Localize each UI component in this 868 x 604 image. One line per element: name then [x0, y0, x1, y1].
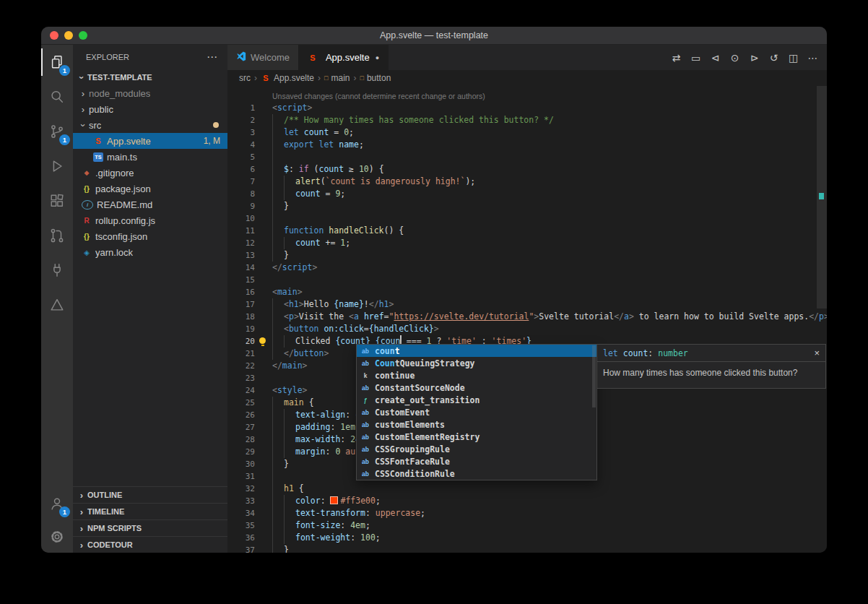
suggest-item-continue[interactable]: kcontinue — [357, 369, 596, 381]
minimize-window-button[interactable] — [64, 31, 73, 40]
suggest-item-customevent[interactable]: abCustomEvent — [357, 406, 596, 418]
code-line-32[interactable]: 32h1 { — [227, 483, 827, 495]
code-line-10[interactable]: 10 — [227, 212, 827, 225]
code-line-15[interactable]: 15 — [227, 274, 827, 286]
remote-explorer-icon[interactable] — [41, 253, 73, 288]
open-changes-icon[interactable]: ⇄ — [667, 48, 686, 67]
settings-gear-icon[interactable] — [41, 521, 73, 553]
tree-item-public[interactable]: ›public — [73, 101, 227, 117]
explorer-more-actions-icon[interactable]: ⋯ — [207, 51, 217, 64]
suggest-item-create-out-transition[interactable]: ƒcreate_out_transition — [357, 394, 596, 406]
symbol-icon: □ — [324, 74, 328, 82]
tree-item-node-modules[interactable]: ›node_modules — [73, 85, 227, 101]
previous-change-icon[interactable]: ⊲ — [706, 48, 725, 67]
tree-item-tsconfig-json[interactable]: {}tsconfig.json — [73, 228, 227, 244]
function-symbol-icon: ƒ — [360, 397, 370, 404]
suggest-item-cssfontfacerule[interactable]: abCSSFontFaceRule — [357, 455, 596, 467]
suggest-item-count[interactable]: abcount — [357, 345, 596, 357]
suggest-item-countqueuingstrategy[interactable]: abCountQueuingStrategy — [357, 357, 596, 369]
suggest-item-customelementregistry[interactable]: abCustomElementRegistry — [357, 431, 596, 443]
breadcrumb-item-main[interactable]: □main — [324, 73, 350, 83]
split-editor-icon[interactable]: ◫ — [784, 48, 803, 67]
breadcrumb-item-app-svelte[interactable]: SApp.svelte — [261, 73, 314, 83]
code-line-3[interactable]: 3let count = 0; — [227, 126, 827, 139]
code-line-4[interactable]: 4export let name; — [227, 139, 827, 151]
zoom-window-button[interactable] — [79, 31, 87, 40]
file-history-icon[interactable]: ↺ — [764, 48, 784, 67]
suggest-item-cssgroupingrule[interactable]: abCSSGroupingRule — [357, 443, 596, 455]
code-line-5[interactable]: 5 — [227, 151, 827, 163]
suggest-item-cssconditionrule[interactable]: abCSSConditionRule — [357, 467, 596, 480]
code-line-11[interactable]: 11function handleClick() { — [227, 225, 827, 237]
code-line-14[interactable]: 14</script> — [227, 262, 827, 274]
code-line-34[interactable]: 34text-transform: uppercase; — [227, 507, 827, 519]
compare-icon[interactable]: ⊙ — [725, 48, 745, 67]
next-change-icon[interactable]: ⊳ — [745, 48, 764, 67]
breadcrumb-item-button[interactable]: □button — [360, 73, 391, 83]
variable-symbol-icon: ab — [360, 433, 370, 441]
search-icon[interactable] — [41, 79, 73, 114]
svelte-file-icon: S — [261, 74, 271, 82]
chevron-right-icon: › — [76, 490, 87, 501]
tab-app-svelte[interactable]: SApp.svelte● — [299, 45, 389, 70]
variable-symbol-icon: ab — [360, 421, 370, 428]
sidebar-panel-codetour[interactable]: ›CODETOUR — [73, 536, 227, 553]
open-preview-icon[interactable]: ▭ — [686, 48, 706, 67]
account-icon[interactable]: 1 — [41, 486, 73, 521]
code-line-9[interactable]: 9} — [227, 200, 827, 212]
sidebar-panel-outline[interactable]: ›OUTLINE — [73, 486, 227, 503]
code-line-17[interactable]: 17<h1>Hello {name}!</h1> — [227, 298, 827, 311]
code-line-2[interactable]: 2/** How many times has someone clicked … — [227, 114, 827, 126]
variable-symbol-icon: ab — [360, 409, 370, 416]
close-window-button[interactable] — [50, 31, 58, 40]
code-line-13[interactable]: 13} — [227, 249, 827, 262]
suggest-item-customelements[interactable]: abcustomElements — [357, 418, 596, 431]
variable-symbol-icon: ab — [360, 360, 370, 367]
code-line-18[interactable]: 18<p>Visit the <a href="https://svelte.d… — [227, 311, 827, 323]
azure-icon[interactable] — [41, 288, 73, 322]
run-debug-icon[interactable] — [41, 149, 73, 184]
code-line-16[interactable]: 16<main> — [227, 286, 827, 298]
tree-item-rollup-config-js[interactable]: Rrollup.config.js — [73, 212, 227, 228]
code-line-12[interactable]: 12count += 1; — [227, 237, 827, 249]
sidebar-panel-npm-scripts[interactable]: ›NPM SCRIPTS — [73, 519, 227, 536]
lightbulb-icon[interactable] — [259, 337, 266, 344]
tree-item-gitignore[interactable]: ◆.gitignore — [73, 165, 227, 181]
color-swatch[interactable] — [330, 496, 338, 504]
code-line-8[interactable]: 8count = 9; — [227, 188, 827, 200]
tree-item-app-svelte[interactable]: SApp.svelte1, M — [73, 133, 227, 149]
tree-item-readme-md[interactable]: iREADME.md — [73, 197, 227, 212]
code-editor[interactable]: Unsaved changes (cannot determine recent… — [227, 86, 827, 553]
code-line-33[interactable]: 33color: #ff3e00; — [227, 495, 827, 507]
suggest-label: CSSConditionRule — [375, 469, 455, 479]
close-icon[interactable]: × — [814, 348, 820, 358]
suggest-item-constantsourcenode[interactable]: abConstantSourceNode — [357, 381, 596, 394]
explorer-activity-icon[interactable]: 1 — [41, 45, 73, 79]
code-line-7[interactable]: 7alert(`count is dangerously high!`); — [227, 176, 827, 188]
breadcrumb-item-src[interactable]: src — [239, 73, 251, 83]
code-line-6[interactable]: 6$: if (count ≥ 10) { — [227, 163, 827, 176]
code-line-37[interactable]: 37} — [227, 544, 827, 553]
tree-item-yarn-lock[interactable]: ◈yarn.lock — [73, 244, 227, 260]
tree-item-src[interactable]: ›src — [73, 117, 227, 133]
suggest-doc-description: How many times has someone clicked this … — [597, 361, 825, 388]
extensions-icon[interactable] — [41, 184, 73, 218]
problems-git-badge: 1, M — [204, 136, 220, 146]
source-control-badge: 1 — [59, 134, 70, 145]
code-line-1[interactable]: 1<script> — [227, 102, 827, 114]
tab-welcome[interactable]: Welcome — [227, 45, 299, 70]
sidebar-panel-timeline[interactable]: ›TIMELINE — [73, 503, 227, 519]
github-pr-icon[interactable] — [41, 218, 73, 253]
suggest-scrollbar[interactable] — [592, 345, 596, 407]
code-line-36[interactable]: 36font-weight: 100; — [227, 532, 827, 544]
line-number: 2 — [227, 114, 255, 126]
source-control-icon[interactable]: 1 — [41, 114, 73, 149]
explorer-badge: 1 — [59, 65, 70, 76]
workspace-root-folder[interactable]: › TEST-TEMPLATE — [73, 69, 227, 85]
tree-item-main-ts[interactable]: TSmain.ts — [73, 149, 227, 165]
tree-item-package-json[interactable]: {}package.json — [73, 181, 227, 197]
symbol-icon: □ — [360, 74, 364, 82]
more-actions-icon[interactable]: ⋯ — [803, 48, 823, 67]
code-line-35[interactable]: 35font-size: 4em; — [227, 519, 827, 532]
code-line-19[interactable]: 19<button on:click={handleClick}> — [227, 323, 827, 335]
